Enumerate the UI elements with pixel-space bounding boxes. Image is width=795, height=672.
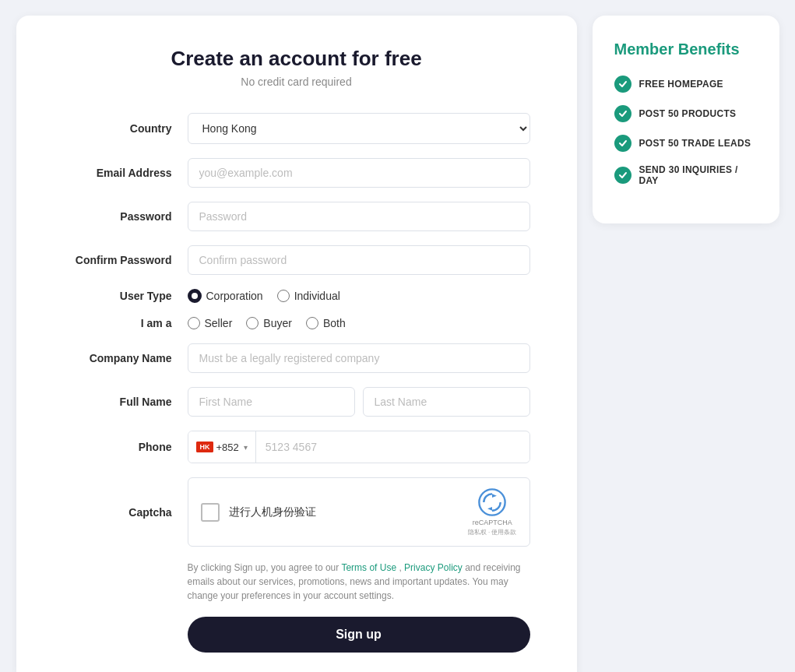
full-name-row: Full Name bbox=[63, 387, 530, 417]
buyer-option[interactable]: Buyer bbox=[246, 317, 292, 329]
benefit-text: FREE HOMEPAGE bbox=[639, 79, 723, 90]
seller-label: Seller bbox=[205, 317, 233, 329]
hk-flag: HK bbox=[196, 442, 213, 452]
terms-of-use-link[interactable]: Terms of Use bbox=[341, 562, 396, 573]
recaptcha-links: 隐私权 · 使用条款 bbox=[468, 528, 517, 537]
user-type-label: User Type bbox=[63, 290, 188, 302]
captcha-control: 进行人机身份验证 reCAPTCHA 隐私权 · 使用条款 bbox=[188, 477, 530, 547]
full-name-control bbox=[188, 387, 530, 417]
recaptcha-label: reCAPTCHA bbox=[473, 519, 512, 526]
individual-option[interactable]: Individual bbox=[277, 290, 340, 302]
password-label: Password bbox=[63, 210, 188, 223]
phone-control: HK +852 ▾ bbox=[188, 431, 530, 463]
phone-prefix[interactable]: HK +852 ▾ bbox=[188, 431, 256, 463]
terms-text: By clicking Sign up, you agree to our Te… bbox=[188, 561, 530, 603]
company-name-label: Company Name bbox=[63, 352, 188, 364]
benefit-check-icon bbox=[614, 135, 631, 152]
page-wrapper: Create an account for free No credit car… bbox=[16, 16, 779, 672]
full-name-label: Full Name bbox=[63, 396, 188, 408]
seller-option[interactable]: Seller bbox=[188, 317, 233, 329]
seller-radio[interactable] bbox=[188, 317, 200, 329]
captcha-box[interactable]: 进行人机身份验证 reCAPTCHA 隐私权 · 使用条款 bbox=[188, 477, 530, 547]
buyer-radio[interactable] bbox=[246, 317, 259, 329]
buyer-label: Buyer bbox=[263, 317, 292, 329]
recaptcha-icon bbox=[477, 487, 507, 517]
corporation-label: Corporation bbox=[206, 290, 263, 302]
captcha-label: Captcha bbox=[63, 506, 188, 519]
corporation-radio-icon bbox=[188, 289, 202, 303]
benefit-item: FREE HOMEPAGE bbox=[614, 76, 758, 93]
confirm-password-control bbox=[188, 245, 530, 275]
confirm-password-input[interactable] bbox=[188, 245, 530, 275]
both-option[interactable]: Both bbox=[306, 317, 346, 329]
corporation-option[interactable]: Corporation bbox=[188, 289, 263, 303]
benefit-text: POST 50 PRODUCTS bbox=[639, 108, 737, 119]
email-control bbox=[188, 158, 530, 188]
email-row: Email Address bbox=[63, 158, 530, 188]
phone-row: Phone HK +852 ▾ bbox=[63, 431, 530, 463]
benefit-item: SEND 30 INQUIRIES / DAY bbox=[614, 164, 758, 186]
benefit-text: SEND 30 INQUIRIES / DAY bbox=[639, 164, 758, 186]
first-name-input[interactable] bbox=[188, 387, 355, 417]
benefit-check-icon bbox=[614, 76, 631, 93]
both-radio[interactable] bbox=[306, 317, 318, 329]
benefit-check-icon bbox=[614, 105, 631, 122]
phone-number-input[interactable] bbox=[256, 433, 529, 461]
page-title: Create an account for free bbox=[63, 47, 530, 71]
captcha-text: 进行人机身份验证 bbox=[229, 505, 316, 519]
benefits-card: Member Benefits FREE HOMEPAGE POST 50 PR… bbox=[593, 16, 779, 223]
captcha-left: 进行人机身份验证 bbox=[201, 503, 316, 522]
country-row: Country Hong Kong United States United K… bbox=[63, 113, 530, 144]
confirm-password-label: Confirm Password bbox=[63, 254, 188, 266]
user-type-control: Corporation Individual bbox=[188, 289, 530, 303]
country-control: Hong Kong United States United Kingdom C… bbox=[188, 113, 530, 144]
last-name-input[interactable] bbox=[363, 387, 530, 417]
role-control: Seller Buyer Both bbox=[188, 317, 530, 329]
individual-radio[interactable] bbox=[277, 290, 290, 302]
role-row: I am a Seller Buyer Both bbox=[63, 317, 530, 329]
both-label: Both bbox=[323, 317, 346, 329]
role-label: I am a bbox=[63, 317, 188, 329]
individual-label: Individual bbox=[294, 290, 340, 302]
company-name-control bbox=[188, 343, 530, 373]
user-type-row: User Type Corporation Individual bbox=[63, 289, 530, 303]
captcha-right: reCAPTCHA 隐私权 · 使用条款 bbox=[468, 487, 517, 537]
captcha-row: Captcha 进行人机身份验证 bbox=[63, 477, 530, 547]
phone-label: Phone bbox=[63, 441, 188, 453]
country-label: Country bbox=[63, 122, 188, 135]
page-subtitle: No credit card required bbox=[63, 76, 530, 88]
captcha-checkbox[interactable] bbox=[201, 503, 220, 522]
phone-prefix-text: +852 bbox=[216, 442, 239, 453]
svg-text:HK: HK bbox=[199, 443, 209, 451]
terms-before: By clicking Sign up, you agree to our bbox=[188, 562, 342, 573]
password-control bbox=[188, 202, 530, 231]
form-card: Create an account for free No credit car… bbox=[16, 16, 577, 672]
sign-up-button[interactable]: Sign up bbox=[188, 617, 530, 653]
benefit-item: POST 50 PRODUCTS bbox=[614, 105, 758, 122]
benefit-item: POST 50 TRADE LEADS bbox=[614, 135, 758, 152]
email-label: Email Address bbox=[63, 167, 188, 179]
company-name-input[interactable] bbox=[188, 343, 530, 373]
phone-dropdown-arrow[interactable]: ▾ bbox=[244, 443, 248, 452]
password-input[interactable] bbox=[188, 202, 530, 231]
benefit-text: POST 50 TRADE LEADS bbox=[639, 138, 751, 149]
phone-input-wrapper: HK +852 ▾ bbox=[188, 431, 530, 463]
benefits-title: Member Benefits bbox=[614, 40, 758, 58]
country-select[interactable]: Hong Kong United States United Kingdom C… bbox=[188, 113, 530, 144]
confirm-password-row: Confirm Password bbox=[63, 245, 530, 275]
privacy-policy-link[interactable]: Privacy Policy bbox=[404, 562, 463, 573]
company-name-row: Company Name bbox=[63, 343, 530, 373]
benefits-list: FREE HOMEPAGE POST 50 PRODUCTS POST 50 T… bbox=[614, 76, 758, 186]
benefit-check-icon bbox=[614, 167, 631, 184]
password-row: Password bbox=[63, 202, 530, 231]
email-input[interactable] bbox=[188, 158, 530, 188]
